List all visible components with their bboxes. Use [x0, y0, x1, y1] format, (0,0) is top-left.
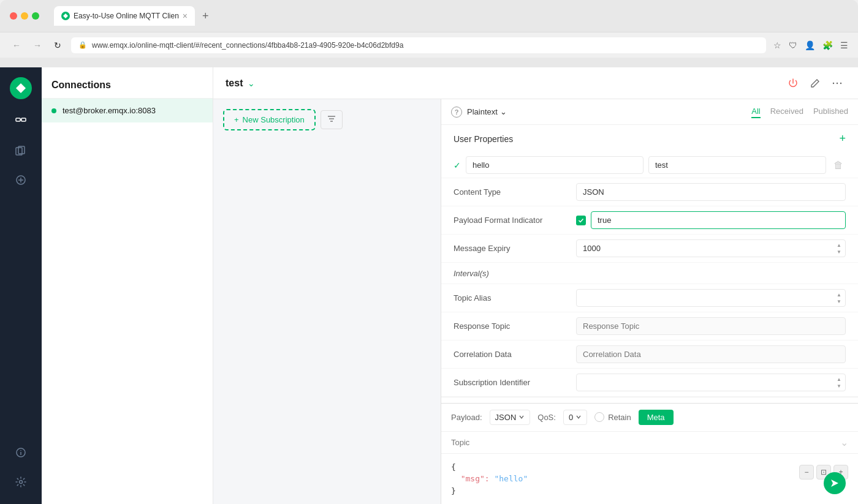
connection-item[interactable]: test@broker.emqx.io:8083	[42, 99, 213, 122]
response-topic-input[interactable]	[576, 317, 846, 335]
subscription-id-input[interactable]	[576, 374, 846, 391]
message-expiry-row: Message Expiry ▲ ▼	[441, 235, 858, 263]
code-editor[interactable]: { "msg": "hello" }	[441, 454, 858, 505]
expand-icon[interactable]: ⌄	[840, 437, 848, 448]
intervals-label: Interval(s)	[454, 269, 489, 278]
menu-icon[interactable]: ☰	[840, 40, 848, 50]
topic-alias-input[interactable]	[576, 289, 846, 307]
bookmark-icon[interactable]: ☆	[773, 40, 781, 50]
format-label: Plaintext	[467, 107, 498, 116]
help-icon[interactable]: ?	[451, 107, 462, 118]
svg-rect-0	[16, 118, 20, 121]
retain-checkbox[interactable]: Retain	[594, 412, 631, 422]
traffic-lights[interactable]	[10, 12, 39, 20]
stepper-arrows: ▲ ▼	[835, 242, 843, 255]
connections-panel: Connections test@broker.emqx.io:8083	[42, 67, 213, 504]
svg-point-12	[833, 82, 834, 83]
maximize-button[interactable]	[32, 12, 39, 20]
user-property-key-input[interactable]	[466, 156, 644, 174]
sidebar-item-settings[interactable]	[9, 470, 33, 494]
publish-toolbar: Payload: JSON QoS: 0 Retain	[441, 404, 858, 432]
connection-name: test@broker.emqx.io:8083	[63, 106, 156, 115]
browser-tab[interactable]: Easy-to-Use Online MQTT Clien ×	[54, 6, 195, 26]
shield-icon[interactable]: 🛡	[789, 40, 797, 50]
edit-button[interactable]	[807, 75, 824, 92]
connection-dropdown-icon[interactable]: ⌄	[248, 78, 255, 88]
filter-tab-published[interactable]: Published	[813, 105, 848, 118]
minimize-button[interactable]	[21, 12, 28, 20]
nav-icons: ☆ 🛡 👤 🧩 ☰	[773, 40, 848, 50]
qos-dropdown[interactable]: 0	[563, 410, 587, 425]
correlation-data-input[interactable]	[576, 345, 846, 363]
subscription-id-label: Subscription Identifier	[454, 378, 576, 387]
sidebar-item-connections[interactable]	[9, 109, 33, 134]
url-box[interactable]: 🔒 www.emqx.io/online-mqtt-client/#/recen…	[71, 37, 766, 53]
new-subscription-button[interactable]: + New Subscription	[223, 109, 316, 130]
increment-button[interactable]: ▲	[835, 242, 843, 248]
sidebar-item-add[interactable]	[9, 168, 33, 192]
format-select[interactable]: Plaintext ⌄	[467, 107, 507, 116]
content-type-value	[576, 183, 846, 201]
retain-label: Retain	[608, 413, 631, 422]
filter-button[interactable]	[321, 110, 343, 129]
filter-tab-received[interactable]: Received	[770, 105, 803, 118]
main-header: test ⌄	[213, 67, 858, 99]
sidebar-item-duplicate[interactable]	[9, 138, 33, 163]
new-tab-button[interactable]: +	[197, 9, 214, 24]
app-logo[interactable]	[10, 77, 32, 99]
forward-button[interactable]: →	[31, 38, 44, 53]
topic-alias-stepper: ▲ ▼	[576, 289, 846, 307]
sidebar-item-info[interactable]	[9, 440, 33, 465]
properties-panel: ? Plaintext ⌄ All Received Published	[441, 99, 858, 504]
subscription-id-arrows: ▲ ▼	[835, 376, 843, 389]
subscription-id-increment[interactable]: ▲	[835, 376, 843, 382]
svg-point-11	[20, 481, 23, 484]
refresh-button[interactable]: ↻	[51, 38, 64, 53]
zoom-out-button[interactable]: −	[799, 465, 814, 480]
payload-label: Payload:	[451, 413, 482, 422]
extension-icon[interactable]: 🧩	[822, 40, 833, 50]
topic-alias-arrows: ▲ ▼	[835, 291, 843, 304]
topic-alias-increment[interactable]: ▲	[835, 291, 843, 298]
content-type-input[interactable]	[576, 183, 846, 201]
close-button[interactable]	[10, 12, 17, 20]
message-expiry-value: ▲ ▼	[576, 239, 846, 257]
subscription-id-value: ▲ ▼	[576, 374, 846, 391]
new-subscription-label: New Subscription	[243, 115, 305, 124]
tab-title: Easy-to-Use Online MQTT Clien	[74, 12, 179, 20]
close-brace: }	[451, 486, 456, 495]
account-icon[interactable]: 👤	[805, 40, 815, 50]
qos-value: 0	[569, 413, 573, 422]
subscription-id-row: Subscription Identifier ▲ ▼	[441, 369, 858, 397]
tab-bar: Easy-to-Use Online MQTT Clien × +	[54, 6, 848, 26]
meta-button[interactable]: Meta	[639, 410, 674, 425]
back-button[interactable]: ←	[10, 38, 23, 53]
tab-favicon	[61, 12, 70, 20]
msg-key: "msg":	[451, 474, 494, 483]
correlation-data-row: Correlation Data	[441, 340, 858, 369]
topic-alias-decrement[interactable]: ▼	[835, 298, 843, 304]
subscription-id-decrement[interactable]: ▼	[835, 383, 843, 389]
response-topic-value	[576, 317, 846, 335]
tab-close-button[interactable]: ×	[183, 11, 188, 21]
retain-circle-icon	[594, 412, 604, 422]
more-options-button[interactable]	[829, 75, 846, 92]
decrement-button[interactable]: ▼	[835, 249, 843, 255]
filter-tab-all[interactable]: All	[751, 105, 760, 118]
code-line-3: }	[451, 485, 848, 497]
connections-header: Connections	[42, 67, 213, 99]
send-button[interactable]	[824, 472, 846, 494]
power-button[interactable]	[784, 75, 802, 92]
message-expiry-stepper: ▲ ▼	[576, 239, 846, 257]
topic-input-row: ⌄	[441, 432, 858, 454]
response-topic-row: Response Topic	[441, 312, 858, 340]
format-dropdown[interactable]: JSON	[490, 410, 531, 425]
topic-input[interactable]	[451, 438, 840, 447]
user-property-value-input[interactable]	[648, 156, 826, 174]
check-icon: ✓	[454, 160, 461, 170]
add-property-button[interactable]: +	[839, 132, 846, 145]
payload-format-checkbox[interactable]	[576, 216, 586, 225]
payload-format-input[interactable]	[591, 211, 846, 229]
delete-property-button[interactable]: 🗑	[831, 157, 846, 173]
message-expiry-input[interactable]	[576, 239, 846, 257]
